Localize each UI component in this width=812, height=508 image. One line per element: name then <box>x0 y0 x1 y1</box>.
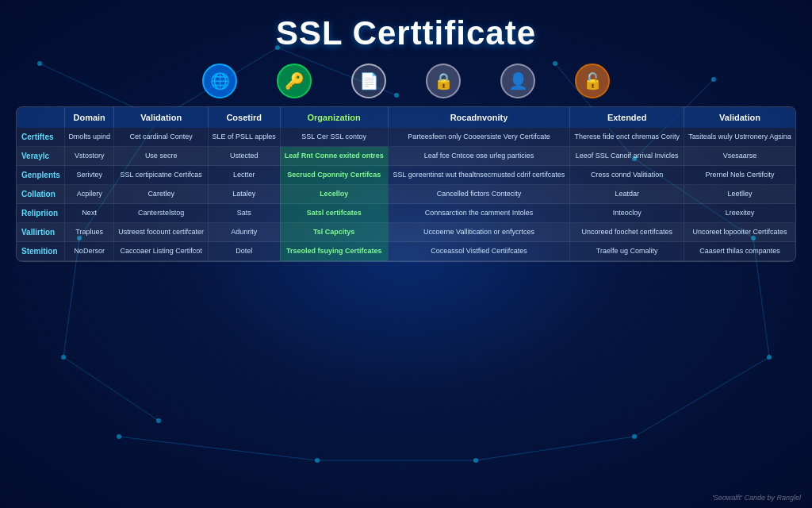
cell-1-4: Leaf fce Cntcoe ose urleg particies <box>388 147 569 166</box>
header-col-6: Extended <box>570 107 684 128</box>
cell-5-4: Uccoerne Vallitication or enfycrtces <box>388 223 569 242</box>
page-title: SSL Certtificate <box>276 14 536 52</box>
cell-1-1: Use secre <box>114 147 208 166</box>
header-row: DomainValidationCosetirdOrganizationRoca… <box>17 107 795 128</box>
icon-circle-lock: 🔒 <box>426 64 461 98</box>
cell-0-0: Dmolts upind <box>64 128 114 147</box>
watermark: 'Seowalft' Cande by Ranglel <box>712 494 801 502</box>
cell-5-2: Adunrity <box>208 223 280 242</box>
cell-2-4: SSL goreentinst wut thealtnsecrnusted cd… <box>388 166 569 185</box>
comparison-table-wrapper: DomainValidationCosetirdOrganizationRoca… <box>16 106 796 262</box>
icon-circle-document: 📄 <box>351 64 386 98</box>
cell-4-3: Satsl certifcates <box>280 204 388 223</box>
cell-3-2: Lataley <box>208 185 280 204</box>
header-col-7: Validation <box>684 107 795 128</box>
cell-6-4: Coceassol Vistfied Certiifcates <box>388 242 569 261</box>
icon-lock-orange: 🔓 <box>575 64 610 98</box>
cell-6-1: Caccoaer Listing Certifcot <box>114 242 208 261</box>
table-row: StemitionNoDersorCaccoaer Listing Certif… <box>17 242 795 261</box>
row-label-3: Collation <box>17 185 64 204</box>
main-content: SSL Certtificate 🌐🔑📄🔒👤🔓 DomainValidation… <box>0 0 812 508</box>
cell-5-3: Tsl Capcitys <box>280 223 388 242</box>
cell-1-0: Vstostory <box>64 147 114 166</box>
cell-1-6: Vsesaarse <box>684 147 795 166</box>
header-col-5: Rocadnvonity <box>388 107 569 128</box>
icon-user-lock: 👤 <box>500 64 535 98</box>
icon-shield-key: 🔑 <box>277 64 312 98</box>
cell-3-6: Leetlley <box>684 185 795 204</box>
cell-3-1: Caretley <box>114 185 208 204</box>
cell-0-4: Parteesfeen only Cooeersiste Very Certif… <box>388 128 569 147</box>
table-row: VeraylcVstostoryUse secreUstectedLeaf Rn… <box>17 147 795 166</box>
row-label-6: Stemition <box>17 242 64 261</box>
cell-4-4: Connsarction the camment Intoles <box>388 204 569 223</box>
cell-2-2: Lectter <box>208 166 280 185</box>
cell-4-0: Next <box>64 204 114 223</box>
icon-globe: 🌐 <box>202 64 237 98</box>
table-row: RelipriionNextCanterstelstogSatsSatsl ce… <box>17 204 795 223</box>
cell-0-5: Therese fide onct chremas Cority <box>570 128 684 147</box>
cell-5-0: Traplues <box>64 223 114 242</box>
cell-2-5: Cress connd Valitiation <box>570 166 684 185</box>
cell-2-3: Secrucd Cponnity Certifcas <box>280 166 388 185</box>
cell-2-1: SSL certipicatne Certifcas <box>114 166 208 185</box>
cell-1-3: Leaf Rnt Conne exited ontres <box>280 147 388 166</box>
cell-0-1: Cet cardinal Contey <box>114 128 208 147</box>
icon-document: 📄 <box>351 64 386 98</box>
cell-5-6: Uncoreet lopooiter Certifcates <box>684 223 795 242</box>
cell-0-6: Tasiteals wuly Ustrronery Agsina <box>684 128 795 147</box>
header-col-0 <box>17 107 64 128</box>
cell-6-2: Dotel <box>208 242 280 261</box>
icon-circle-shield-key: 🔑 <box>277 64 312 98</box>
cell-4-2: Sats <box>208 204 280 223</box>
cell-0-2: SLE of PSLL apples <box>208 128 280 147</box>
row-label-0: Certiftes <box>17 128 64 147</box>
cell-5-5: Uncoreed foochet certifcates <box>570 223 684 242</box>
icon-lock: 🔒 <box>426 64 461 98</box>
table-row: CollationAcpileryCaretleyLataleyLecelloy… <box>17 185 795 204</box>
row-label-1: Veraylc <box>17 147 64 166</box>
icon-circle-user-lock: 👤 <box>500 64 535 98</box>
cell-3-5: Leatdar <box>570 185 684 204</box>
header-col-1: Domain <box>64 107 114 128</box>
table-row: CertiftesDmolts upindCet cardinal Contey… <box>17 128 795 147</box>
table-row: VallirtionTrapluesUstreest focount certi… <box>17 223 795 242</box>
icon-circle-globe: 🌐 <box>202 64 237 98</box>
cell-3-0: Acpilery <box>64 185 114 204</box>
row-label-5: Vallirtion <box>17 223 64 242</box>
cell-5-1: Ustreest focount certifcater <box>114 223 208 242</box>
cell-0-3: SSL Cer SSL contoy <box>280 128 388 147</box>
cell-4-1: Canterstelstog <box>114 204 208 223</box>
cell-2-6: Prernel Nels Certifcity <box>684 166 795 185</box>
cell-3-4: Cancelled fictors Contecity <box>388 185 569 204</box>
comparison-table: DomainValidationCosetirdOrganizationRoca… <box>17 107 795 261</box>
header-col-4: Organization <box>280 107 388 128</box>
cell-4-6: Lreexitey <box>684 204 795 223</box>
cell-2-0: Serivtey <box>64 166 114 185</box>
cell-6-5: Traelfe ug Comality <box>570 242 684 261</box>
cell-4-5: Inteocloy <box>570 204 684 223</box>
cell-1-2: Ustected <box>208 147 280 166</box>
table-header: DomainValidationCosetirdOrganizationRoca… <box>17 107 795 128</box>
cell-3-3: Lecelloy <box>280 185 388 204</box>
cell-1-5: Leeof SSL Canoif arrival Invicles <box>570 147 684 166</box>
row-label-4: Relipriion <box>17 204 64 223</box>
row-label-2: Genplents <box>17 166 64 185</box>
icons-row: 🌐🔑📄🔒👤🔓 <box>202 64 610 98</box>
cell-6-6: Caasert thilas compantes <box>684 242 795 261</box>
table-body: CertiftesDmolts upindCet cardinal Contey… <box>17 128 795 261</box>
cell-6-0: NoDersor <box>64 242 114 261</box>
icon-circle-lock-orange: 🔓 <box>575 64 610 98</box>
table-row: GenplentsSerivteySSL certipicatne Certif… <box>17 166 795 185</box>
header-col-2: Validation <box>114 107 208 128</box>
cell-6-3: Trseoled fsuying Certifcates <box>280 242 388 261</box>
header-col-3: Cosetird <box>208 107 280 128</box>
